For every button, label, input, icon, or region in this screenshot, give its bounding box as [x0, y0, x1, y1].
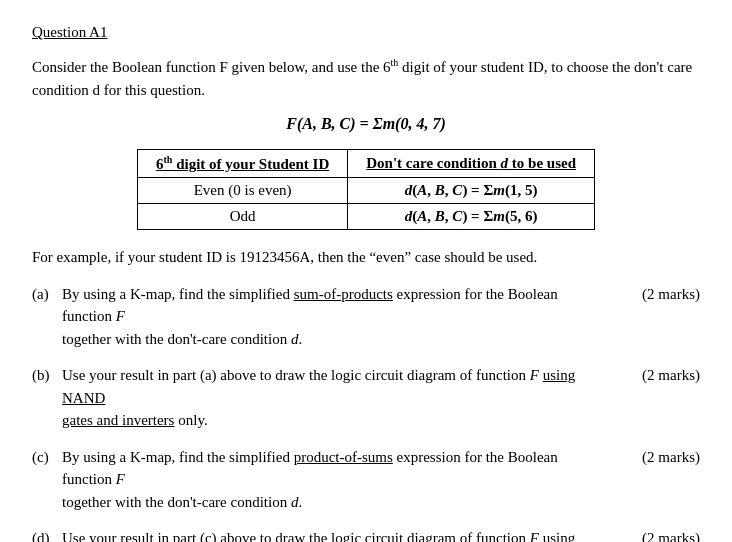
marks-b: (2 marks) — [620, 364, 700, 387]
question-label-d: (d) — [32, 527, 62, 542]
question-label-c: (c) — [32, 446, 62, 514]
question-item-a: (a) By using a K-map, find the simplifie… — [32, 283, 700, 351]
example-paragraph: For example, if your student ID is 19123… — [32, 246, 700, 269]
row1-col2: d(A, B, C) = Σm(1, 5) — [348, 178, 595, 204]
question-content-d: Use your result in part (c) above to dra… — [62, 527, 700, 542]
question-label-a: (a) — [32, 283, 62, 351]
question-item-d: (d) Use your result in part (c) above to… — [32, 527, 700, 542]
questions-list: (a) By using a K-map, find the simplifie… — [32, 283, 700, 543]
col2-header: Don't care condition d to be used — [348, 150, 595, 178]
col1-header: 6th digit of your Student ID — [138, 150, 348, 178]
question-item-c: (c) By using a K-map, find the simplifie… — [32, 446, 700, 514]
question-text-a: By using a K-map, find the simplified su… — [62, 283, 620, 351]
question-content-c: By using a K-map, find the simplified pr… — [62, 446, 700, 514]
question-text-d: Use your result in part (c) above to dra… — [62, 527, 620, 542]
question-content-b: Use your result in part (a) above to dra… — [62, 364, 700, 432]
question-text-b: Use your result in part (a) above to dra… — [62, 364, 620, 432]
function-display: F(A, B, C) = Σm(0, 4, 7) — [32, 115, 700, 133]
row2-col2: d(A, B, C) = Σm(5, 6) — [348, 204, 595, 230]
question-label-b: (b) — [32, 364, 62, 432]
marks-a: (2 marks) — [620, 283, 700, 306]
question-title: Question A1 — [32, 24, 700, 41]
row2-col1: Odd — [138, 204, 348, 230]
table-row: Odd d(A, B, C) = Σm(5, 6) — [138, 204, 595, 230]
row1-col1: Even (0 is even) — [138, 178, 348, 204]
question-text-c: By using a K-map, find the simplified pr… — [62, 446, 620, 514]
intro-paragraph: Consider the Boolean function F given be… — [32, 55, 700, 101]
question-content-a: By using a K-map, find the simplified su… — [62, 283, 700, 351]
question-item-b: (b) Use your result in part (a) above to… — [32, 364, 700, 432]
condition-table: 6th digit of your Student ID Don't care … — [137, 149, 595, 230]
marks-d: (2 marks) — [620, 527, 700, 542]
table-row: Even (0 is even) d(A, B, C) = Σm(1, 5) — [138, 178, 595, 204]
marks-c: (2 marks) — [620, 446, 700, 469]
